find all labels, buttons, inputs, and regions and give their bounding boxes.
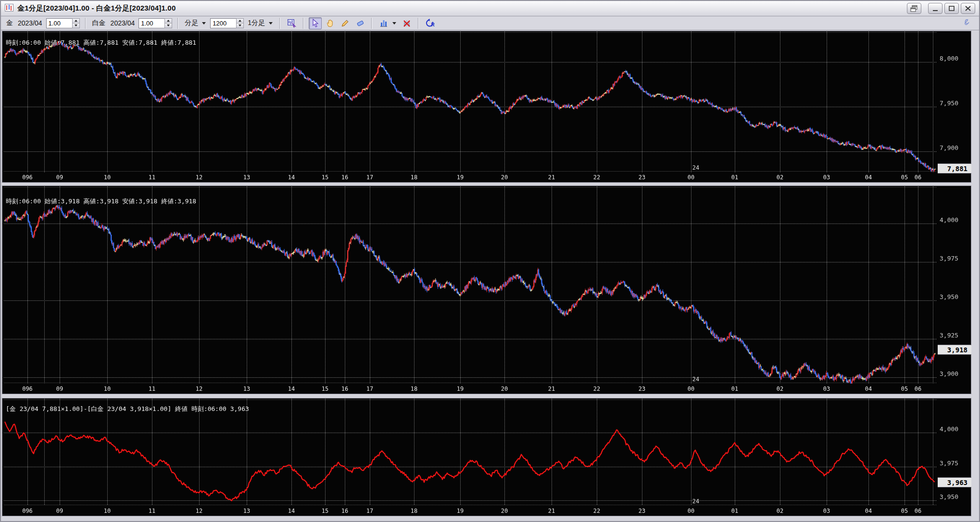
platinum-multiplier-up-button[interactable] xyxy=(165,19,172,24)
time-axis-label: 14 xyxy=(288,174,295,181)
time-axis-label: 10 xyxy=(104,385,111,392)
time-axis-label: 17 xyxy=(366,174,373,181)
toolbar-separator xyxy=(85,18,86,29)
app-window: 金1分足[2023/04]1.00 - 白金1分足[2023/04]1.00 金… xyxy=(0,0,980,522)
bar-count-down-button[interactable] xyxy=(237,24,243,28)
chart-canvas[interactable] xyxy=(0,0,980,522)
time-axis-label: 19 xyxy=(457,174,464,181)
up-arrow-icon xyxy=(239,20,241,22)
time-axis-label: 10 xyxy=(104,508,111,514)
spread-last-price-badge: 3,963 xyxy=(938,477,971,487)
chevron-down-icon[interactable] xyxy=(392,22,396,25)
time-axis-label: 22 xyxy=(593,508,600,514)
bar-chart-icon xyxy=(379,18,389,28)
chevron-down-icon[interactable] xyxy=(202,22,206,25)
bar-count-input[interactable] xyxy=(210,18,236,28)
time-axis-label: 01 xyxy=(731,508,738,514)
time-axis-label: 15 xyxy=(322,174,328,181)
titlebar[interactable]: 金1分足[2023/04]1.00 - 白金1分足[2023/04]1.00 xyxy=(1,1,979,16)
time-axis-label: 22 xyxy=(593,174,600,181)
time-axis-label: 06 xyxy=(915,174,921,181)
time-axis-label: 04 xyxy=(865,174,872,181)
y-axis-label: 3,975 xyxy=(940,460,958,467)
time-axis-label: 18 xyxy=(411,508,417,514)
time-axis-label: 096 xyxy=(22,385,33,392)
time-axis-label: 11 xyxy=(149,385,155,392)
settings-wrench-button[interactable] xyxy=(959,17,972,29)
eraser-button[interactable] xyxy=(353,17,366,29)
chart-mode-button[interactable] xyxy=(285,17,298,29)
time-axis-label: 11 xyxy=(149,508,155,514)
maximize-button[interactable] xyxy=(944,3,959,14)
time-axis-label: 14 xyxy=(288,508,295,514)
window-controls xyxy=(905,3,975,14)
delete-drawings-button[interactable] xyxy=(400,17,413,29)
time-axis-label: 20 xyxy=(501,385,508,392)
app-icon xyxy=(5,4,13,13)
hand-icon xyxy=(326,18,335,28)
time-axis-label: 17 xyxy=(366,508,373,514)
toolbar-separator xyxy=(371,18,372,29)
pan-hand-button[interactable] xyxy=(324,17,337,29)
y-axis-label: 8,000 xyxy=(940,55,958,62)
svg-text:R: R xyxy=(431,22,435,27)
bar-type-dropdown-label[interactable]: 分足 xyxy=(185,19,198,27)
time-axis-label: 19 xyxy=(457,508,464,514)
chart-type-button[interactable] xyxy=(377,17,390,29)
toolbar-separator xyxy=(418,18,419,29)
time-axis-label: 16 xyxy=(341,174,348,181)
bar-count-spinner xyxy=(210,18,244,28)
y-axis-label: 3,925 xyxy=(940,332,958,339)
eraser-icon xyxy=(355,18,365,28)
time-axis-label: 21 xyxy=(548,508,555,514)
date-change-label: 24 xyxy=(692,376,699,383)
time-axis-label: 23 xyxy=(639,385,645,392)
select-cursor-button[interactable] xyxy=(309,17,322,29)
delete-x-icon xyxy=(402,18,412,28)
y-axis-label: 4,000 xyxy=(940,425,958,433)
time-axis-label: 09 xyxy=(56,385,63,392)
toolbar-separator xyxy=(177,18,178,29)
chart-mode-icon xyxy=(287,18,297,28)
time-axis-label: 05 xyxy=(901,508,908,514)
time-axis-label: 10 xyxy=(104,174,111,181)
platinum-multiplier-input[interactable] xyxy=(138,18,164,28)
bar-count-up-button[interactable] xyxy=(237,19,243,24)
gold-multiplier-down-button[interactable] xyxy=(73,24,79,28)
time-axis-label: 20 xyxy=(501,174,508,181)
cursor-arrow-icon xyxy=(311,18,320,28)
reload-icon: R xyxy=(425,18,436,28)
pencil-icon xyxy=(340,18,350,28)
toolbar: 金 2023/04 白金 2023/04 分足 1分足 xyxy=(1,16,979,30)
time-axis-label: 03 xyxy=(823,508,830,514)
gold-multiplier-spinner xyxy=(46,18,80,28)
chevron-down-icon[interactable] xyxy=(269,22,273,25)
time-axis-label: 05 xyxy=(901,174,908,181)
down-arrow-icon xyxy=(239,25,241,26)
gold-contract-month: 2023/04 xyxy=(18,19,42,27)
time-axis-label: 06 xyxy=(915,508,921,514)
draw-pencil-button[interactable] xyxy=(339,17,352,29)
time-axis-label: 13 xyxy=(243,174,250,181)
interval-dropdown-label[interactable]: 1分足 xyxy=(248,19,265,27)
gold-chart-info-line: 時刻:06:00 始値:7,881 高値:7,881 安値:7,881 終値:7… xyxy=(6,38,196,47)
time-axis-label: 16 xyxy=(341,385,348,392)
time-axis-label: 14 xyxy=(288,385,295,392)
date-change-label: 24 xyxy=(692,498,699,505)
gold-multiplier-input[interactable] xyxy=(46,18,72,28)
close-button[interactable] xyxy=(961,3,975,14)
time-axis-label: 13 xyxy=(243,385,250,392)
gold-symbol-label: 金 xyxy=(6,19,13,27)
y-axis-label: 3,900 xyxy=(940,370,958,377)
minimize-button[interactable] xyxy=(928,3,942,14)
y-axis-label: 7,900 xyxy=(940,144,958,151)
gold-multiplier-up-button[interactable] xyxy=(73,19,79,24)
platinum-multiplier-down-button[interactable] xyxy=(165,24,172,28)
cascade-windows-button[interactable] xyxy=(907,3,921,14)
reload-button[interactable]: R xyxy=(424,17,437,29)
time-axis-label: 02 xyxy=(777,174,783,181)
time-axis-label: 09 xyxy=(56,508,63,514)
window-title: 金1分足[2023/04]1.00 - 白金1分足[2023/04]1.00 xyxy=(17,4,176,13)
time-axis-label: 04 xyxy=(865,508,872,514)
time-axis-label: 04 xyxy=(865,385,872,392)
